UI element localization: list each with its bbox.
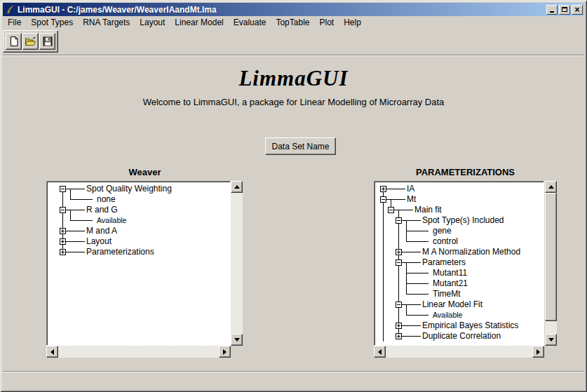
- tree-node-parameters[interactable]: Parameters: [375, 257, 544, 268]
- tree-line: [383, 268, 384, 278]
- maximize-button[interactable]: [559, 5, 570, 15]
- toolbar: [3, 30, 58, 53]
- expand-icon[interactable]: [380, 186, 386, 192]
- scroll-right-button[interactable]: [532, 346, 544, 358]
- tree-node-label[interactable]: Mutant11: [433, 268, 467, 278]
- tree-node-none[interactable]: none: [47, 194, 230, 205]
- save-file-button[interactable]: [39, 33, 55, 50]
- tree-line: [402, 336, 421, 337]
- tree-node-label[interactable]: gene: [433, 226, 452, 236]
- tree-node-label[interactable]: R and G: [86, 205, 118, 215]
- collapse-icon[interactable]: [60, 186, 66, 192]
- weaver-vertical-scrollbar[interactable]: [231, 181, 243, 346]
- tree-node-label[interactable]: Available: [97, 215, 126, 226]
- tree-node-label[interactable]: Empirical Bayes Statistics: [422, 320, 518, 331]
- tree-node-label[interactable]: Main fit: [414, 205, 442, 215]
- menu-file[interactable]: File: [3, 16, 26, 29]
- tree-node-label[interactable]: IA: [407, 184, 414, 194]
- tree-node-spot-quality-weighting[interactable]: Spot Quality Weighting: [47, 184, 230, 194]
- tree-node-label[interactable]: Mt: [407, 194, 416, 205]
- tree-node-available[interactable]: Available: [375, 310, 544, 320]
- scrollbar-trough[interactable]: [386, 346, 532, 358]
- open-file-button[interactable]: [22, 33, 39, 50]
- tree-node-duplicate-correlation[interactable]: Duplicate Correlation: [375, 331, 544, 342]
- tree-node-control[interactable]: control: [375, 236, 544, 247]
- tree-node-layout[interactable]: Layout: [47, 236, 230, 247]
- tree-node-label[interactable]: Spot Type(s) Included: [422, 215, 504, 226]
- tree-node-label[interactable]: M A Normalization Method: [422, 247, 520, 257]
- tree-node-timemt[interactable]: TimeMt: [375, 289, 544, 299]
- tree-node-label[interactable]: M and A: [86, 226, 117, 236]
- expand-icon[interactable]: [60, 228, 66, 234]
- menu-spot-types[interactable]: Spot Types: [26, 16, 78, 29]
- data-set-name-button[interactable]: Data Set Name: [265, 137, 336, 155]
- scroll-down-button[interactable]: [545, 334, 557, 346]
- tree-line: [66, 252, 85, 252]
- window-controls: ×: [546, 5, 583, 15]
- tree-node-linear-model-fit[interactable]: Linear Model Fit: [375, 299, 544, 310]
- expand-icon[interactable]: [60, 238, 66, 245]
- tree-node-label[interactable]: Parameterizations: [86, 247, 154, 257]
- tree-node-r-and-g[interactable]: R and G: [47, 205, 230, 215]
- tree-line: [406, 315, 429, 316]
- scrollbar-trough[interactable]: [545, 193, 557, 334]
- tree-line: [391, 199, 391, 205]
- menu-layout[interactable]: Layout: [135, 16, 170, 29]
- arrow-right-icon: [223, 349, 227, 355]
- menu-toptable[interactable]: TopTable: [271, 16, 314, 29]
- collapse-icon[interactable]: [396, 217, 402, 224]
- tree-node-label[interactable]: Linear Model Fit: [422, 299, 483, 310]
- close-button[interactable]: ×: [572, 5, 583, 15]
- menu-help[interactable]: Help: [339, 16, 366, 29]
- scroll-up-button[interactable]: [545, 181, 557, 193]
- tree-node-label[interactable]: control: [433, 236, 458, 247]
- tree-node-gene[interactable]: gene: [375, 226, 544, 236]
- tree-node-mt[interactable]: Mt: [375, 194, 544, 205]
- tree-node-label[interactable]: TimeMt: [433, 289, 461, 299]
- tree-node-ia[interactable]: IA: [375, 184, 544, 194]
- collapse-icon[interactable]: [388, 207, 394, 213]
- collapse-icon[interactable]: [60, 207, 66, 213]
- tree-node-label[interactable]: Mutant21: [433, 278, 468, 289]
- menu-evaluate[interactable]: Evaluate: [229, 16, 271, 29]
- tree-node-spot-type-s-included[interactable]: Spot Type(s) Included: [375, 215, 544, 226]
- menu-plot[interactable]: Plot: [314, 16, 339, 29]
- menu-rna-targets[interactable]: RNA Targets: [78, 16, 135, 29]
- collapse-icon[interactable]: [396, 302, 402, 308]
- tree-node-label[interactable]: Spot Quality Weighting: [86, 184, 172, 194]
- tree-node-mutant11[interactable]: Mutant11: [375, 268, 544, 278]
- scroll-right-button[interactable]: [219, 346, 231, 358]
- new-file-button[interactable]: [6, 33, 22, 50]
- parameterizations-horizontal-scrollbar[interactable]: [374, 346, 544, 358]
- expand-icon[interactable]: [396, 333, 402, 339]
- scrollbar-trough[interactable]: [231, 193, 243, 334]
- menu-linear-model[interactable]: Linear Model: [170, 16, 228, 29]
- weaver-horizontal-scrollbar[interactable]: [46, 346, 231, 358]
- scroll-left-button[interactable]: [46, 346, 58, 358]
- titlebar[interactable]: LimmaGUI - C:/james/Weaver/WeaverIAandMt…: [3, 3, 584, 16]
- expand-icon[interactable]: [396, 249, 402, 255]
- scroll-left-button[interactable]: [374, 346, 386, 358]
- collapse-icon[interactable]: [380, 196, 386, 203]
- tree-node-mutant21[interactable]: Mutant21: [375, 278, 544, 289]
- tree-node-parameterizations[interactable]: Parameterizations: [47, 247, 230, 257]
- tree-node-empirical-bayes-statistics[interactable]: Empirical Bayes Statistics: [375, 320, 544, 331]
- minimize-button[interactable]: [546, 5, 558, 15]
- tree-node-available[interactable]: Available: [47, 215, 230, 226]
- scrollbar-thumb[interactable]: [545, 193, 557, 321]
- expand-icon[interactable]: [60, 249, 66, 255]
- expand-icon[interactable]: [396, 323, 402, 329]
- collapse-icon[interactable]: [396, 259, 402, 266]
- tree-node-label[interactable]: Parameters: [422, 257, 466, 268]
- tree-node-main-fit[interactable]: Main fit: [375, 205, 544, 215]
- tree-node-label[interactable]: Layout: [86, 236, 112, 247]
- tree-node-label[interactable]: Available: [433, 310, 462, 320]
- scrollbar-trough[interactable]: [58, 346, 219, 358]
- tree-node-m-and-a[interactable]: M and A: [47, 226, 230, 236]
- tree-node-label[interactable]: none: [97, 194, 116, 205]
- parameterizations-vertical-scrollbar[interactable]: [545, 181, 557, 346]
- tree-node-m-a-normalization-method[interactable]: M A Normalization Method: [375, 247, 544, 257]
- scroll-down-button[interactable]: [231, 334, 243, 346]
- scroll-up-button[interactable]: [231, 181, 243, 193]
- tree-node-label[interactable]: Duplicate Correlation: [422, 331, 501, 342]
